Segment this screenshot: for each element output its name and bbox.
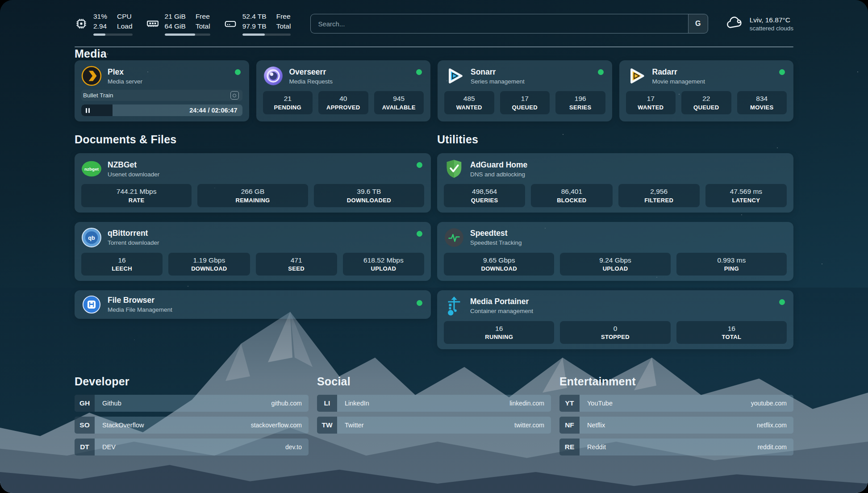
sonarr-stats: 485WANTED 17QUEUED 196SERIES — [444, 91, 605, 114]
status-dot — [417, 231, 422, 237]
stat-seed: 471SEED — [256, 253, 337, 276]
search-input[interactable] — [311, 14, 688, 33]
qbittorrent-titles: qBittorrent Torrent downloader — [108, 229, 159, 246]
plex-header: Plex Media server — [81, 66, 242, 86]
cloud-icon — [725, 15, 744, 33]
stat-total: 16TOTAL — [676, 321, 787, 344]
stat-upload: 618.52 MbpsUPLOAD — [343, 253, 424, 276]
section-utilities: Utilities — [437, 133, 793, 349]
section-title-documents: Documents & Files — [75, 133, 431, 146]
bookmark-name: StackOverflow — [95, 422, 144, 429]
memory-metric-body: 21 GiB64 GiB FreeTotal — [165, 12, 210, 36]
documents-cards: nzbget NZBGet Usenet downloader 744. — [75, 153, 431, 318]
app-card-portainer[interactable]: Media Portainer Container management 16R… — [437, 290, 793, 349]
pause-icon — [86, 108, 90, 113]
bookmark-name: YouTube — [580, 400, 613, 407]
adguard-icon — [444, 159, 464, 179]
qbittorrent-header: qb qBittorrent Torrent downloader — [81, 227, 424, 248]
stat-stopped: 0STOPPED — [560, 321, 670, 344]
search-engine-button[interactable]: G — [688, 14, 708, 33]
stat-blocked: 86,401BLOCKED — [531, 184, 612, 207]
app-card-filebrowser[interactable]: File Browser Media File Management — [75, 290, 431, 319]
playback-time: 24:44 / 02:06:47 — [189, 107, 237, 114]
memory-icon — [146, 17, 159, 30]
radarr-header: Radarr Movie management — [626, 66, 787, 86]
stat-download: 1.19 GbpsDOWNLOAD — [168, 253, 250, 276]
app-card-speedtest[interactable]: Speedtest Speedtest Tracking 9.65 GbpsDO… — [437, 222, 793, 281]
radarr-titles: Radarr Movie management — [652, 67, 705, 85]
session-icon[interactable] — [230, 91, 239, 100]
stat-rate: 744.21 MbpsRATE — [81, 184, 192, 207]
app-name: Media Portainer — [470, 297, 533, 306]
app-name: AdGuard Home — [470, 160, 527, 170]
speedtest-icon — [444, 227, 464, 248]
search-bar: G — [310, 14, 708, 33]
stat-queued: 17QUEUED — [500, 91, 550, 114]
bookmark-abbr: YT — [559, 395, 580, 412]
portainer-stats: 16RUNNING 0STOPPED 16TOTAL — [444, 321, 787, 344]
svg-text:nzbget: nzbget — [84, 167, 99, 171]
bookmark-dev[interactable]: DT DEV dev.to — [75, 439, 309, 455]
bookmark-reddit[interactable]: RE Reddit reddit.com — [559, 439, 793, 455]
weather-condition: scattered clouds — [750, 25, 793, 32]
app-card-nzbget[interactable]: nzbget NZBGet Usenet downloader 744. — [75, 153, 431, 212]
bookmark-netflix[interactable]: NF Netflix netflix.com — [559, 417, 793, 434]
app-subtitle: Series management — [471, 78, 525, 85]
cpu-labels: CPULoad — [117, 12, 132, 31]
stat-remaining: 266 GBREMAINING — [197, 184, 308, 207]
app-subtitle: Container management — [470, 308, 533, 314]
sonarr-icon — [444, 66, 465, 86]
bookmark-name: LinkedIn — [337, 400, 369, 407]
bookmark-youtube[interactable]: YT YouTube youtube.com — [559, 395, 793, 412]
app-name: File Browser — [108, 296, 172, 305]
radarr-icon — [626, 66, 647, 86]
qbittorrent-icon: qb — [81, 227, 102, 248]
stat-filtered: 2,956FILTERED — [618, 184, 700, 207]
system-metrics: 31%2.94 CPULoad — [75, 12, 291, 36]
section-developer: Developer GH Github github.com SO StackO… — [75, 375, 309, 460]
sonarr-header: Sonarr Series management — [444, 66, 605, 86]
bookmark-twitter[interactable]: TW Twitter twitter.com — [317, 417, 551, 434]
filebrowser-icon — [81, 294, 102, 315]
app-card-sonarr[interactable]: Sonarr Series management 485WANTED 17QUE… — [438, 60, 612, 121]
speedtest-titles: Speedtest Speedtest Tracking — [470, 229, 522, 246]
disk-progress-bar — [242, 33, 291, 36]
bookmark-stackoverflow[interactable]: SO StackOverflow stackoverflow.com — [75, 417, 309, 434]
overseerr-stats: 21PENDING 40APPROVED 945AVAILABLE — [263, 91, 424, 114]
bookmark-abbr: NF — [559, 417, 580, 434]
plex-titles: Plex Media server — [108, 67, 142, 85]
filebrowser-titles: File Browser Media File Management — [108, 296, 172, 313]
cpu-metric-body: 31%2.94 CPULoad — [93, 12, 133, 36]
app-card-plex[interactable]: Plex Media server Bullet Train 24:44 / 0… — [75, 60, 249, 121]
stat-available: 945AVAILABLE — [374, 91, 424, 114]
app-name: NZBGet — [108, 160, 159, 170]
bookmark-abbr: TW — [317, 417, 337, 434]
app-card-overseerr[interactable]: Overseerr Media Requests 21PENDING 40APP… — [256, 60, 431, 121]
bookmark-name: Twitter — [337, 422, 364, 429]
bookmark-abbr: RE — [559, 439, 580, 455]
portainer-titles: Media Portainer Container management — [470, 297, 533, 314]
app-card-qbittorrent[interactable]: qb qBittorrent Torrent downloader 16 — [75, 222, 431, 281]
weather-location-temp: Lviv, 16.87°C — [750, 16, 793, 24]
speedtest-stats: 9.65 GbpsDOWNLOAD 9.24 GbpsUPLOAD 0.993 … — [444, 253, 787, 276]
app-name: Plex — [108, 67, 142, 77]
weather-text: Lviv, 16.87°C scattered clouds — [750, 16, 793, 32]
memory-labels: FreeTotal — [196, 12, 210, 31]
app-card-radarr[interactable]: Radarr Movie management 17WANTED 22QUEUE… — [619, 60, 794, 121]
status-dot — [598, 69, 604, 75]
section-title-entertainment: Entertainment — [559, 375, 793, 388]
radarr-stats: 17WANTED 22QUEUED 834MOVIES — [626, 91, 787, 114]
bookmark-url: reddit.com — [758, 443, 793, 451]
app-card-adguard[interactable]: AdGuard Home DNS and adblocking 498,564Q… — [437, 153, 793, 212]
portainer-icon — [444, 296, 464, 316]
bookmark-linkedin[interactable]: LI LinkedIn linkedin.com — [317, 395, 551, 412]
bookmark-name: DEV — [95, 443, 116, 451]
bookmark-url: twitter.com — [514, 422, 551, 429]
app-name: qBittorrent — [108, 229, 159, 238]
section-title-media: Media — [75, 47, 793, 60]
app-subtitle: Media Requests — [289, 78, 333, 85]
speedtest-header: Speedtest Speedtest Tracking — [444, 227, 787, 248]
bookmark-github[interactable]: GH Github github.com — [75, 395, 309, 412]
app-subtitle: Media server — [108, 78, 142, 85]
nzbget-titles: NZBGet Usenet downloader — [108, 160, 159, 178]
